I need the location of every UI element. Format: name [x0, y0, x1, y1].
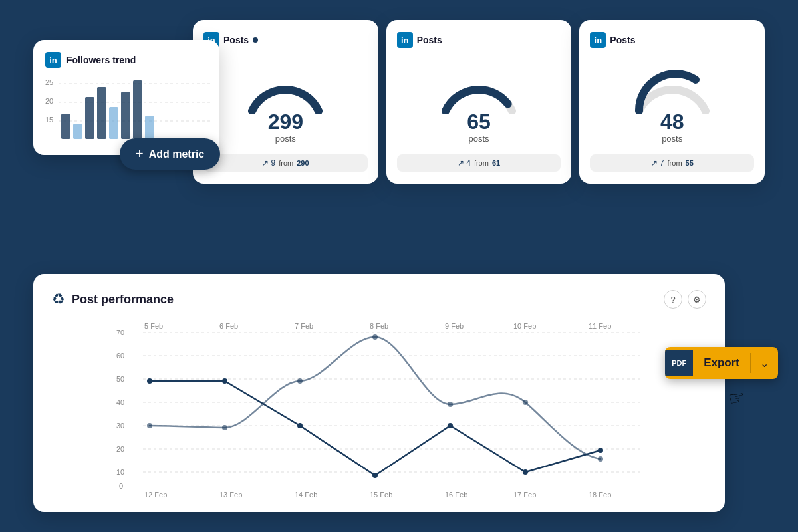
linkedin-icon-3: in — [590, 32, 606, 48]
post-card-3-header: in Posts — [590, 32, 754, 48]
posts-cards-container: in Posts 299 posts ↗ 9 from 290 — [193, 20, 765, 184]
from-label-1: from — [279, 159, 293, 167]
svg-text:20: 20 — [45, 97, 53, 105]
from-label-3: from — [668, 159, 682, 167]
pdf-badge: PDF — [665, 350, 693, 376]
bar-chart-wrapper: 25 20 15 — [45, 77, 207, 143]
svg-text:15: 15 — [45, 116, 53, 124]
post-card-1-title: Posts — [223, 35, 249, 45]
line-chart-container: 70 60 50 40 30 20 10 0 5 Feb 6 Feb 7 Feb… — [52, 319, 706, 499]
gauge-svg-1 — [242, 61, 329, 114]
perf-title-group: ♻ Post performance — [52, 291, 174, 308]
svg-text:10: 10 — [116, 468, 124, 476]
cursor-icon: ☞ — [726, 386, 746, 410]
dropdown-chevron-icon[interactable]: ⌄ — [751, 348, 778, 379]
post-card-3: in Posts 48 posts ↗ 7 from 55 — [579, 20, 765, 184]
svg-text:30: 30 — [116, 422, 124, 430]
svg-point-49 — [598, 448, 603, 453]
performance-card: ♻ Post performance ? ⚙ 70 60 50 — [33, 274, 725, 512]
svg-point-47 — [448, 423, 453, 428]
from-value-2: 61 — [492, 159, 500, 167]
post-card-3-title: Posts — [610, 35, 635, 45]
post-card-2-title: Posts — [417, 35, 442, 45]
svg-text:11 Feb: 11 Feb — [589, 322, 611, 330]
bar-chart-svg: 25 20 15 — [45, 77, 210, 140]
card-header: in Followers trend — [45, 52, 207, 68]
svg-text:50: 50 — [116, 375, 124, 383]
svg-text:25: 25 — [45, 78, 53, 86]
post-card-3-footer: ↗ 7 from 55 — [590, 154, 754, 172]
svg-point-45 — [297, 423, 303, 428]
svg-text:15 Feb: 15 Feb — [370, 491, 392, 499]
main-container: in Followers trend 25 20 15 — [33, 20, 765, 512]
svg-point-55 — [523, 400, 528, 405]
svg-text:8 Feb: 8 Feb — [370, 322, 388, 330]
from-value-1: 290 — [297, 159, 309, 167]
svg-text:60: 60 — [116, 352, 124, 360]
svg-text:0: 0 — [119, 482, 123, 490]
from-value-3: 55 — [686, 159, 694, 167]
post-card-1-header: in Posts — [203, 32, 368, 48]
svg-point-46 — [372, 473, 378, 478]
perf-title: Post performance — [72, 293, 174, 307]
post-card-2-footer: ↗ 4 from 61 — [397, 154, 561, 172]
svg-rect-12 — [133, 80, 142, 139]
post-card-1-footer: ↗ 9 from 290 — [203, 154, 368, 172]
perf-actions: ? ⚙ — [664, 290, 706, 309]
svg-text:12 Feb: 12 Feb — [144, 491, 167, 499]
add-metric-label: Add metric — [149, 148, 205, 160]
gauge-container-1: 299 posts — [203, 55, 368, 149]
export-button[interactable]: PDF Export ⌄ — [665, 347, 778, 379]
svg-point-51 — [222, 425, 227, 430]
gauge-container-3: 48 posts — [590, 55, 754, 149]
svg-point-44 — [222, 378, 227, 384]
followers-title: Followers trend — [66, 55, 136, 65]
line-chart-svg: 70 60 50 40 30 20 10 0 5 Feb 6 Feb 7 Feb… — [52, 319, 706, 499]
help-button[interactable]: ? — [664, 290, 682, 309]
svg-text:9 Feb: 9 Feb — [445, 322, 464, 330]
gauge-wrapper-3 — [629, 61, 716, 114]
svg-rect-9 — [97, 87, 106, 139]
perf-header: ♻ Post performance ? ⚙ — [52, 290, 706, 309]
svg-point-54 — [448, 402, 453, 407]
post-card-1: in Posts 299 posts ↗ 9 from 290 — [193, 20, 378, 184]
svg-text:14 Feb: 14 Feb — [295, 491, 317, 499]
svg-rect-7 — [73, 124, 82, 139]
svg-text:6 Feb: 6 Feb — [219, 322, 238, 330]
svg-rect-8 — [85, 97, 94, 139]
linkedin-icon: in — [45, 52, 61, 68]
from-label-2: from — [474, 159, 489, 167]
svg-rect-6 — [61, 114, 70, 139]
svg-text:40: 40 — [116, 398, 124, 406]
plus-icon: + — [136, 146, 144, 162]
gauge-wrapper-1 — [242, 61, 329, 114]
post-card-2-header: in Posts — [397, 32, 561, 48]
svg-text:70: 70 — [116, 329, 124, 336]
gauge-wrapper-2 — [436, 61, 522, 114]
post-card-2-unit: posts — [468, 134, 489, 144]
svg-text:17 Feb: 17 Feb — [513, 491, 536, 499]
linkedin-icon-2: in — [397, 32, 413, 48]
svg-text:20: 20 — [116, 445, 124, 453]
svg-text:5 Feb: 5 Feb — [144, 322, 163, 330]
post-card-2: in Posts 65 posts ↗ 4 from 61 — [386, 20, 572, 184]
settings-button[interactable]: ⚙ — [688, 290, 706, 309]
svg-text:16 Feb: 16 Feb — [445, 491, 467, 499]
export-label[interactable]: Export — [693, 347, 750, 379]
svg-point-48 — [523, 469, 528, 475]
svg-point-56 — [598, 456, 603, 462]
gauge-svg-3 — [629, 61, 716, 114]
svg-text:7 Feb: 7 Feb — [295, 322, 313, 330]
gauge-svg-2 — [436, 61, 522, 114]
svg-rect-13 — [145, 116, 154, 139]
post-card-1-dot — [253, 37, 258, 43]
svg-rect-10 — [109, 107, 118, 139]
svg-text:18 Feb: 18 Feb — [589, 491, 611, 499]
post-card-1-unit: posts — [275, 134, 296, 144]
trend-icon-2: ↗ 4 — [458, 158, 471, 168]
add-metric-button[interactable]: + Add metric — [120, 138, 220, 170]
gauge-container-2: 65 posts — [397, 55, 561, 149]
post-card-3-unit: posts — [662, 134, 682, 144]
svg-point-43 — [147, 378, 152, 384]
svg-point-50 — [147, 423, 152, 428]
